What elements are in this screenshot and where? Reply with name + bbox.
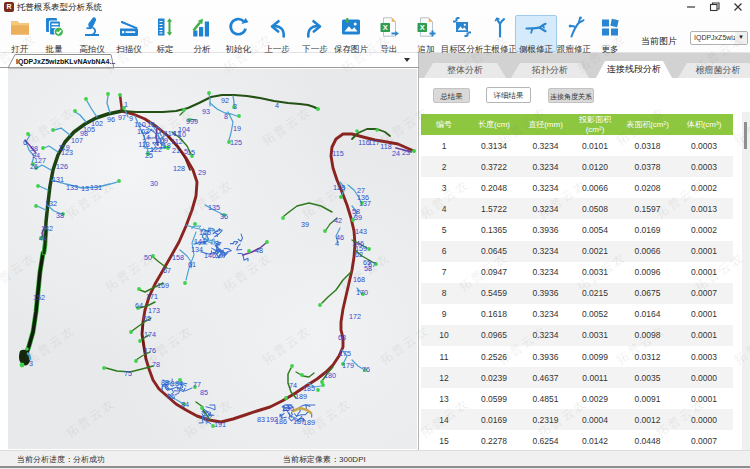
svg-text:93: 93 xyxy=(202,107,210,116)
svg-text:X: X xyxy=(383,23,388,32)
svg-text:9: 9 xyxy=(194,117,198,126)
svg-text:8: 8 xyxy=(224,112,228,121)
svg-text:104: 104 xyxy=(178,125,190,134)
svg-text:19: 19 xyxy=(233,124,241,133)
svg-text:97: 97 xyxy=(118,113,126,122)
svg-text:X: X xyxy=(420,23,425,32)
svg-text:96: 96 xyxy=(107,115,115,124)
svg-text:3: 3 xyxy=(233,102,237,111)
svg-text:1: 1 xyxy=(124,100,128,109)
svg-text:92: 92 xyxy=(221,96,229,105)
svg-text:9: 9 xyxy=(129,114,133,123)
svg-text:99: 99 xyxy=(186,117,194,126)
svg-text:4: 4 xyxy=(275,101,279,110)
